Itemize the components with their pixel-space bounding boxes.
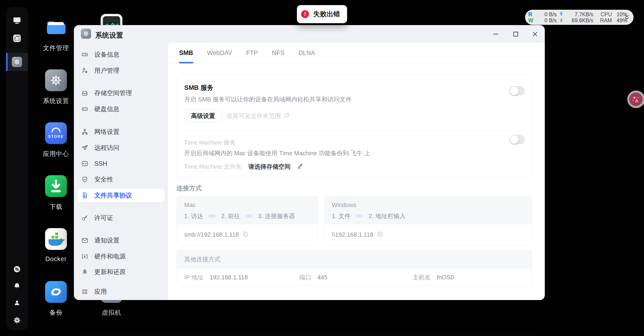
visible-folder-range-link[interactable]: 设置可见文件夹范围	[226, 112, 290, 120]
system-stats-pill[interactable]: R 0 B/s 7.7KB/s CPU 10% W 0 B/s 69.6KB/s…	[525, 10, 634, 25]
system-settings-window: 设备信息 用户管理 存储空间管理 硬盘信息 网络设置 远程访问	[74, 25, 545, 300]
translate-icon: A	[629, 93, 642, 106]
system-settings-app-icon	[12, 57, 22, 67]
tm-folder-label: Time Machine 文件夹	[184, 163, 242, 171]
nav-item-file-sharing[interactable]: 文件共享协议	[77, 189, 164, 202]
nav-item-license[interactable]: 许可证	[77, 211, 164, 225]
paper-plane-icon	[81, 144, 88, 151]
file-manager-icon	[45, 16, 67, 38]
window-title: 系统设置	[95, 31, 123, 40]
nav-item-remote-access[interactable]: 远程访问	[77, 141, 164, 155]
upload-arrow-icon	[560, 11, 563, 18]
other-connection-card: 其他连接方式 IP 地址 192.168.1.118 端口 445 主机名 fn…	[176, 250, 532, 286]
app-launcher-button[interactable]	[13, 34, 21, 43]
app-app-center[interactable]: STORE 应用中心	[42, 122, 70, 158]
tab-ftp[interactable]: FTP	[246, 42, 258, 63]
nav-label: 文件共享协议	[94, 191, 132, 199]
copy-icon[interactable]	[242, 231, 248, 239]
nav-item-hardware-power[interactable]: 硬件和电源	[77, 249, 164, 264]
toggle-knob	[510, 87, 518, 95]
dock-settings-button[interactable]	[13, 316, 21, 325]
user-button[interactable]	[13, 299, 21, 308]
minimize-icon	[492, 31, 499, 38]
ip-field: IP 地址 192.168.1.118	[184, 268, 248, 286]
close-button[interactable]	[530, 30, 540, 39]
app-download[interactable]: 下载	[42, 175, 70, 211]
time-machine-toggle[interactable]	[510, 135, 525, 144]
app-label: 文件管理	[42, 44, 70, 52]
nav-label: 网络设置	[94, 128, 120, 136]
nav-item-notification-settings[interactable]: 通知设置	[77, 233, 164, 248]
copy-icon[interactable]	[377, 231, 383, 239]
file-sharing-icon	[81, 192, 88, 199]
smb-service-description: 开启 SMB 服务可以让你的设备在局域网内轻松共享和访问文件	[184, 95, 352, 104]
apps-grid-icon	[81, 288, 88, 295]
tm-folder-value: 请选择存储空间	[248, 163, 291, 171]
notifications-button[interactable]	[13, 282, 21, 291]
mac-connection-card: Mac 1. 访达 2. 前往 3. 连接服务器 smb://192.168.1…	[176, 196, 318, 245]
nav-item-storage-management[interactable]: 存储空间管理	[77, 86, 164, 100]
tab-nfs[interactable]: NFS	[272, 42, 284, 63]
nav-item-security[interactable]: 安全性	[77, 172, 164, 186]
app-label: 应用中心	[42, 150, 70, 158]
svg-text:A: A	[635, 99, 638, 103]
network-icon	[81, 128, 88, 135]
nav-item-update-restore[interactable]: 更新和还原	[77, 265, 164, 279]
maximize-button[interactable]	[511, 30, 520, 39]
windows-card-header: Windows 1. 文件 2. 地址栏输入	[324, 196, 532, 224]
storage-icon	[81, 90, 88, 97]
nav-label: 硬盘信息	[94, 105, 120, 113]
edit-pencil-icon[interactable]	[297, 163, 303, 170]
app-grid-icon	[13, 39, 21, 43]
app-backup[interactable]: 备份	[42, 281, 70, 317]
maximize-icon	[512, 31, 519, 38]
smb-service-toggle[interactable]	[510, 86, 525, 96]
section-divider	[184, 131, 524, 131]
minimize-button[interactable]	[491, 30, 500, 39]
advanced-settings-button[interactable]: 高级设置	[184, 110, 222, 122]
disk-read-value: 0 B/s	[535, 11, 557, 18]
mac-address-row: smb://192.168.1.118	[177, 224, 317, 245]
nav-item-disk-info[interactable]: 硬盘信息	[77, 102, 164, 116]
translate-floating-button[interactable]: A	[627, 91, 644, 108]
triple-chevron-icon	[356, 212, 364, 220]
nav-item-ssh[interactable]: SSH	[77, 157, 164, 171]
active-indicator-bar	[6, 53, 8, 71]
nav-label: 通知设置	[94, 236, 120, 245]
app-file-manager[interactable]: 文件管理	[42, 16, 70, 52]
network-traffic-button[interactable]	[13, 265, 21, 274]
tab-webdav[interactable]: WebDAV	[207, 42, 232, 63]
nav-item-user-management[interactable]: 用户管理	[77, 63, 164, 78]
app-label: 备份	[42, 308, 70, 317]
expand-chevron-icon[interactable]	[624, 14, 630, 21]
windows-address-row: \\192.168.1.118	[324, 224, 532, 245]
stats-row-2: W 0 B/s 69.6KB/s RAM 49%	[528, 17, 634, 23]
nav-label: 存储空间管理	[94, 89, 132, 97]
tab-dlna[interactable]: DLNA	[298, 42, 315, 63]
desktop: 文件管理 系统设置 STORE 应用中心 下载 Docker 备份	[0, 0, 644, 336]
nav-item-device-info[interactable]: 设备信息	[77, 47, 164, 62]
time-machine-description: 开启后局域网内的 Mac 设备能使用 Time Machine 功能备份到 飞牛…	[184, 149, 370, 157]
nav-label: 用户管理	[94, 66, 120, 75]
nav-label: 硬件和电源	[94, 252, 126, 261]
user-icon	[13, 304, 21, 308]
error-toast: ! 失败出错	[297, 5, 347, 23]
nav-label: 安全性	[94, 175, 113, 183]
device-info-icon	[81, 51, 88, 58]
mac-smb-address: smb://192.168.1.118	[184, 231, 239, 238]
settings-nav: 设备信息 用户管理 存储空间管理 硬盘信息 网络设置 远程访问	[74, 25, 168, 300]
show-desktop-button[interactable]	[13, 16, 21, 25]
windows-connection-card: Windows 1. 文件 2. 地址栏输入 \\192.168.1.118	[324, 196, 532, 245]
tab-smb[interactable]: SMB	[179, 42, 193, 63]
nav-item-apps[interactable]: 应用	[77, 285, 164, 299]
nav-label: 应用	[94, 288, 107, 296]
nav-label: SSH	[94, 160, 107, 167]
nav-label: 远程访问	[94, 144, 120, 152]
app-docker[interactable]: Docker	[42, 228, 70, 263]
nav-item-network-settings[interactable]: 网络设置	[77, 125, 164, 139]
dock-item-system-settings-active[interactable]	[6, 53, 28, 71]
rocket-icon	[81, 268, 88, 275]
time-machine-folder-row: Time Machine 文件夹 请选择存储空间	[184, 163, 303, 171]
app-system-settings[interactable]: 系统设置	[42, 69, 70, 105]
cpu-label: CPU	[593, 11, 612, 18]
